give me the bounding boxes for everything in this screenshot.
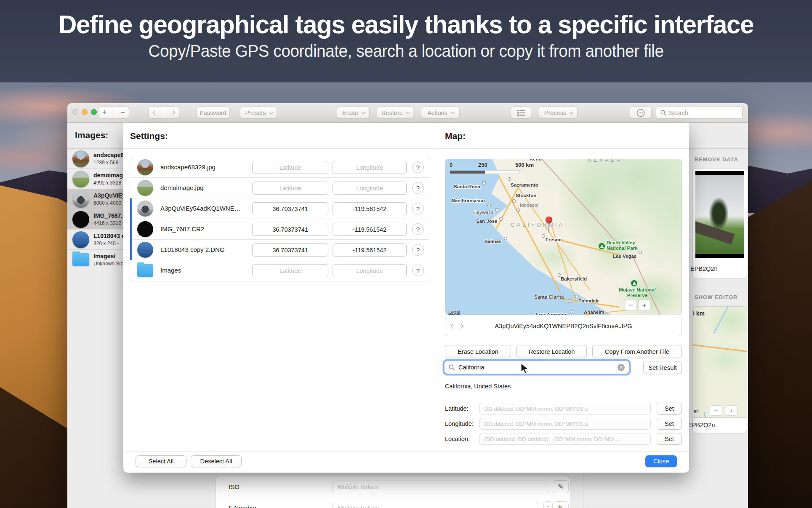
longitude-field[interactable] [333, 223, 407, 236]
latitude-field[interactable] [252, 243, 328, 257]
longitude-field[interactable] [333, 202, 407, 215]
list-item[interactable]: L1018043 copy 2.DNG 320 x 240 - [67, 230, 123, 250]
iso-field[interactable]: Multiple Values [332, 481, 549, 493]
latitude-field[interactable] [252, 264, 328, 277]
view-options-button[interactable] [511, 107, 531, 119]
city-label: Anaheim [584, 310, 604, 315]
chevron-right-icon [171, 111, 175, 115]
file-name: L1018043 copy 2.DNG [160, 246, 225, 253]
selection-indicator [130, 219, 132, 240]
table-row[interactable]: Images ? [130, 260, 430, 281]
iso-edit-button[interactable]: ✎ [553, 480, 569, 493]
toolbar-search-field[interactable]: Search [656, 107, 743, 119]
set-location-button[interactable]: Set [657, 433, 682, 445]
list-item[interactable]: IMG_7687.CR2 4416 x 3312 [67, 209, 123, 230]
legal-link[interactable]: Legal [448, 310, 460, 315]
add-button[interactable]: + [99, 107, 111, 118]
chevron-down-icon [361, 110, 365, 114]
erase-label: Erase [342, 110, 358, 116]
latitude-field[interactable] [252, 182, 328, 195]
list-item[interactable]: demoimage.jpg 4992 x 3328 [67, 169, 123, 189]
park-label: Mojave National Preserve [615, 287, 659, 298]
help-button[interactable]: ? [412, 182, 424, 194]
fnumber-field[interactable]: Multiple Values [332, 502, 538, 508]
close-button[interactable]: Close [645, 455, 677, 467]
table-row[interactable]: IMG_7687.CR2 ? [130, 219, 430, 240]
longitude-field[interactable] [333, 264, 407, 277]
remove-button[interactable]: − [117, 107, 129, 118]
erase-dropdown[interactable]: Erase [337, 107, 370, 119]
location-pin[interactable] [546, 217, 552, 233]
list-item[interactable]: andscape68329.jpg 1239 x 569 [67, 149, 123, 169]
right-panel-behind: REMOVE DATA EPB2Q2n SHOW EDITOR 0 km ier… [689, 123, 748, 508]
back-button[interactable] [149, 107, 161, 118]
deselect-all-label: Deselect All [200, 458, 232, 465]
set-latitude-button[interactable]: Set [657, 403, 682, 414]
mini-map-zoom-in-button[interactable]: + [725, 405, 737, 416]
password-button[interactable]: Password [196, 107, 230, 119]
photo-preview-card[interactable]: EPB2Q2n [692, 168, 747, 278]
table-row[interactable]: A3pQuViEy54adKQ1WNE… ? [130, 198, 430, 219]
list-view-icon [517, 110, 525, 116]
help-button[interactable]: ? [412, 265, 424, 276]
city-label: Stockton [516, 193, 536, 198]
file-size: 6000 x 4000 [93, 200, 121, 206]
presets-dropdown[interactable]: Presets [240, 107, 277, 119]
map-view[interactable]: 0 250 500 km Reno NEVADA Santa Rosa Sacr… [445, 159, 682, 315]
city-label: Reno [530, 159, 542, 161]
chevron-left-icon [152, 111, 157, 115]
more-options-button[interactable] [630, 107, 652, 119]
location-search-field[interactable]: California ✕ [444, 361, 629, 374]
set-result-button[interactable]: Set Result [643, 361, 682, 374]
map-scale-250: 250 [478, 162, 487, 168]
pin-head [546, 217, 552, 223]
restore-dropdown[interactable]: Restore [377, 107, 413, 119]
minimize-traffic-light[interactable] [82, 109, 88, 115]
latitude-field[interactable] [252, 202, 328, 215]
deselect-all-button[interactable]: Deselect All [191, 455, 242, 467]
row-divider [216, 498, 570, 498]
copy-from-file-button[interactable]: Copy From Another File [592, 345, 682, 358]
file-name: A3pQuViEy54adKQ1WNE… [160, 205, 241, 212]
longitude-field[interactable] [333, 182, 407, 195]
city-dot [558, 273, 561, 277]
longitude-form-field[interactable] [479, 418, 651, 430]
help-button[interactable]: ? [412, 223, 424, 235]
table-row[interactable]: L1018043 copy 2.DNG ? [130, 240, 430, 260]
set-longitude-button[interactable]: Set [657, 418, 682, 430]
search-icon [449, 364, 455, 371]
longitude-field[interactable] [333, 161, 407, 174]
close-traffic-light[interactable] [72, 109, 78, 115]
close-label: Close [653, 458, 669, 465]
footer-divider [123, 452, 689, 452]
latitude-form-field[interactable] [479, 403, 651, 414]
clear-search-button[interactable]: ✕ [618, 364, 625, 371]
select-all-button[interactable]: Select All [136, 455, 186, 467]
forward-button[interactable] [167, 107, 179, 118]
erase-location-button[interactable]: Erase Location [445, 345, 511, 358]
list-item[interactable]: Images/ Unknown Size [67, 250, 123, 270]
fnumber-stepper[interactable]: ˆ [543, 501, 553, 508]
help-button[interactable]: ? [412, 161, 424, 173]
zoom-traffic-light[interactable] [91, 109, 97, 115]
longitude-field[interactable] [333, 243, 407, 257]
latitude-field[interactable] [252, 161, 328, 174]
mini-map-card[interactable]: 0 km ier − + [692, 306, 747, 424]
header-divider [689, 148, 748, 149]
actions-dropdown[interactable]: Actions [421, 107, 460, 119]
help-button[interactable]: ? [412, 244, 424, 256]
location-form-field[interactable] [479, 433, 651, 445]
city-label: Las Vegas [613, 254, 636, 259]
list-item[interactable]: A3pQuViEy54adKQ1WNE… 6000 x 4000 [67, 189, 123, 209]
map-zoom-in-button[interactable]: + [638, 300, 650, 311]
latitude-field[interactable] [252, 223, 328, 236]
map-zoom-out-button[interactable]: − [625, 300, 637, 311]
process-dropdown[interactable]: Process [539, 107, 578, 119]
table-row[interactable]: demoimage.jpg ? [130, 178, 430, 198]
restore-location-button[interactable]: Restore Location [516, 345, 587, 358]
table-row[interactable]: andscape68329.jpg ? [130, 157, 430, 178]
pencil-icon: ✎ [558, 483, 563, 491]
help-button[interactable]: ? [412, 203, 424, 214]
mini-map-zoom-out-button[interactable]: − [710, 405, 722, 416]
fnumber-edit-button[interactable]: ✎ [553, 501, 569, 508]
